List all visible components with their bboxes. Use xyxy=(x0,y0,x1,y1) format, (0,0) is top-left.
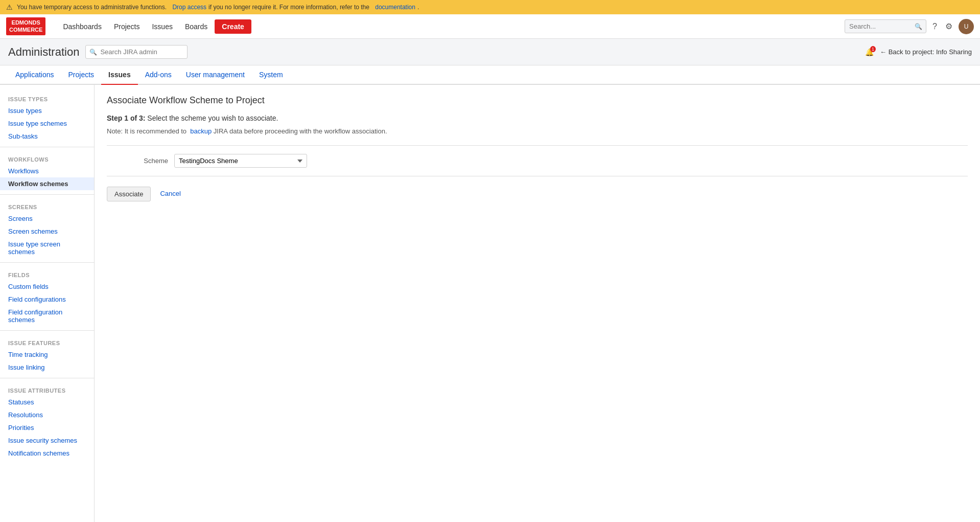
tab-issues[interactable]: Issues xyxy=(101,65,138,85)
tab-projects[interactable]: Projects xyxy=(61,65,102,85)
warning-text-after: . xyxy=(417,4,419,11)
sidebar-item-resolutions[interactable]: Resolutions xyxy=(0,408,94,421)
help-button[interactable]: ? xyxy=(930,20,939,33)
sidebar-item-issue-type-schemes[interactable]: Issue type schemes xyxy=(0,117,94,130)
documentation-link[interactable]: documentation xyxy=(375,4,415,11)
sidebar-item-priorities[interactable]: Priorities xyxy=(0,421,94,434)
logo-line2: COMMERCE xyxy=(9,27,42,33)
sidebar-item-sub-tasks[interactable]: Sub-tasks xyxy=(0,130,94,143)
scheme-form-row: Scheme TestingDocs ShemeDefault Workflow… xyxy=(107,145,968,176)
sidebar-item-field-configuration-schemes[interactable]: Field configuration schemes xyxy=(0,306,94,326)
tab-system[interactable]: System xyxy=(252,65,290,85)
note-prefix: Note: It is recommended to xyxy=(107,127,186,135)
scheme-label: Scheme xyxy=(107,157,168,165)
sidebar-item-field-configurations[interactable]: Field configurations xyxy=(0,293,94,306)
sidebar-item-statuses[interactable]: Statuses xyxy=(0,396,94,408)
search-icon: 🔍 xyxy=(915,23,922,30)
warning-text-middle: if you no longer require it. For more in… xyxy=(208,4,369,11)
tab-addons[interactable]: Add-ons xyxy=(138,65,179,85)
warning-banner: ⚠ You have temporary access to administr… xyxy=(0,0,980,14)
nav-projects[interactable]: Projects xyxy=(109,15,145,38)
sidebar-item-issue-linking[interactable]: Issue linking xyxy=(0,361,94,374)
admin-title: Administration xyxy=(8,46,79,59)
step-description: Select the scheme you wish to associate. xyxy=(147,114,278,122)
admin-search-icon: 🔍 xyxy=(89,49,97,56)
nav-right: 🔍 ? ⚙ U xyxy=(845,19,974,34)
admin-search-wrapper: 🔍 xyxy=(85,45,188,59)
top-nav: EDMONDS COMMERCE Dashboards Projects Iss… xyxy=(0,14,980,39)
admin-header: Administration 🔍 🔔 1 ← Back to project: … xyxy=(0,39,980,65)
logo-line1: EDMONDS xyxy=(9,19,42,26)
tab-user-management[interactable]: User management xyxy=(179,65,252,85)
scheme-select[interactable]: TestingDocs ShemeDefault Workflow Scheme… xyxy=(174,154,307,168)
search-wrapper: 🔍 xyxy=(845,19,926,33)
warning-text-before: You have temporary access to administrat… xyxy=(17,4,167,11)
sidebar-item-issue-type-screen-schemes[interactable]: Issue type screen schemes xyxy=(0,238,94,258)
admin-header-left: Administration 🔍 xyxy=(8,45,188,59)
sidebar-section-fields: FIELDS xyxy=(0,267,94,280)
avatar[interactable]: U xyxy=(959,19,974,34)
step-label: Step 1 of 3: xyxy=(107,114,145,122)
sidebar-section-workflows: WORKFLOWS xyxy=(0,151,94,165)
associate-button[interactable]: Associate xyxy=(107,187,151,201)
nav-issues[interactable]: Issues xyxy=(147,15,177,38)
main-layout: ISSUE TYPES Issue types Issue type schem… xyxy=(0,85,980,522)
sidebar-section-issue-attributes: ISSUE ATTRIBUTES xyxy=(0,382,94,396)
nav-boards[interactable]: Boards xyxy=(180,15,213,38)
admin-header-right: 🔔 1 ← Back to project: Info Sharing xyxy=(865,48,972,56)
note-text: Note: It is recommended to backup JIRA d… xyxy=(107,127,968,135)
page-title: Associate Workflow Scheme to Project xyxy=(107,95,968,106)
nav-dashboards[interactable]: Dashboards xyxy=(58,15,107,38)
drop-access-link[interactable]: Drop access xyxy=(172,4,206,11)
content-area: Associate Workflow Scheme to Project Ste… xyxy=(95,85,980,522)
settings-button[interactable]: ⚙ xyxy=(943,19,954,33)
backup-link[interactable]: backup xyxy=(190,127,212,135)
logo-area[interactable]: EDMONDS COMMERCE xyxy=(6,17,45,35)
note-suffix: JIRA data before proceeding with the wor… xyxy=(214,127,387,135)
search-input[interactable] xyxy=(845,19,926,33)
logo: EDMONDS COMMERCE xyxy=(6,17,45,35)
sidebar-item-screens[interactable]: Screens xyxy=(0,212,94,225)
notification-icon[interactable]: 🔔 1 xyxy=(865,48,874,56)
sidebar-item-workflows[interactable]: Workflows xyxy=(0,165,94,177)
sidebar-item-workflow-schemes[interactable]: Workflow schemes xyxy=(0,177,94,190)
sidebar-section-screens: SCREENS xyxy=(0,199,94,212)
tab-applications[interactable]: Applications xyxy=(8,65,61,85)
action-buttons: Associate Cancel xyxy=(107,187,968,201)
nav-links: Dashboards Projects Issues Boards Create xyxy=(58,15,836,38)
admin-search-input[interactable] xyxy=(85,45,188,59)
notif-badge: 1 xyxy=(870,46,876,52)
sidebar-item-screen-schemes[interactable]: Screen schemes xyxy=(0,225,94,238)
sidebar-item-issue-security-schemes[interactable]: Issue security schemes xyxy=(0,434,94,447)
sec-nav: Applications Projects Issues Add-ons Use… xyxy=(0,65,980,85)
step-info: Step 1 of 3: Select the scheme you wish … xyxy=(107,114,968,122)
cancel-button[interactable]: Cancel xyxy=(155,187,185,201)
sidebar-item-notification-schemes[interactable]: Notification schemes xyxy=(0,447,94,460)
create-button[interactable]: Create xyxy=(215,19,251,34)
sidebar-section-issue-types: ISSUE TYPES xyxy=(0,91,94,104)
sidebar-item-time-tracking[interactable]: Time tracking xyxy=(0,348,94,361)
sidebar: ISSUE TYPES Issue types Issue type schem… xyxy=(0,85,95,522)
sidebar-item-issue-types[interactable]: Issue types xyxy=(0,104,94,117)
back-project-button[interactable]: ← Back to project: Info Sharing xyxy=(880,48,972,56)
sidebar-item-custom-fields[interactable]: Custom fields xyxy=(0,280,94,293)
warning-icon: ⚠ xyxy=(6,3,13,11)
sidebar-section-issue-features: ISSUE FEATURES xyxy=(0,335,94,348)
